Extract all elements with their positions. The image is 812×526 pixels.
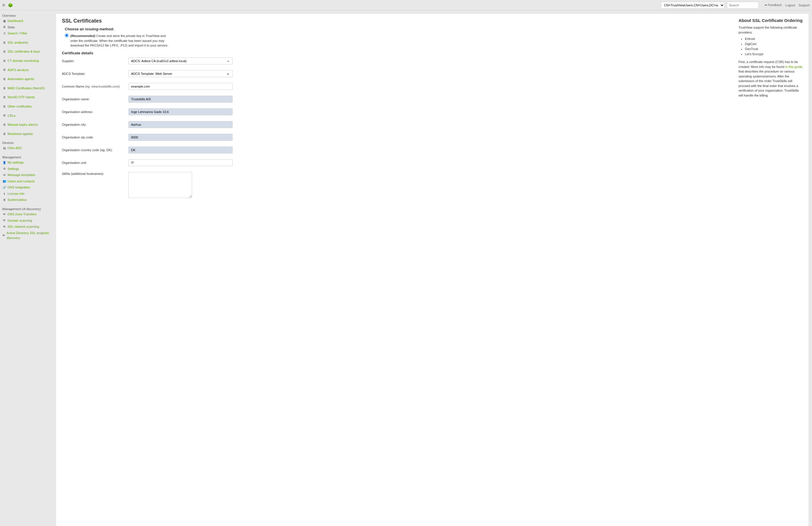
list-icon: ≣ [2, 49, 6, 54]
sidebar-group-discovery: Management (of discovery) [0, 206, 53, 211]
label-sans: SANs (additional hostnames): [62, 172, 128, 176]
sidebar-item-other-certs[interactable]: ≣Other certificates [0, 104, 53, 110]
provider-item: Entrust [745, 36, 803, 42]
context-path-select[interactable]: CN=TrustViewUsers,CN=Users,DC=adtest,DC=… [661, 2, 725, 9]
list-icon: ≣ [2, 41, 6, 45]
label-org-unit: Organisation unit: [62, 161, 128, 164]
sidebar-item-dns-zone[interactable]: 👁DNS Zone Transfers [0, 211, 53, 217]
label-org-name: Organisation name: [62, 97, 128, 101]
list-icon: ≣ [2, 67, 6, 72]
common-name-input[interactable] [128, 83, 233, 90]
list-icon: ≣ [2, 86, 6, 91]
list-icon: ≣ [2, 77, 6, 81]
feedback-link[interactable]: ➦Feedback [765, 3, 782, 7]
dashboard-icon: ▦ [2, 19, 6, 24]
sidebar-group-overview: Overview [0, 13, 53, 18]
adcs-template-select[interactable]: ADCS Template: Web Server [128, 70, 233, 77]
sidebar-group-devices: Devices [0, 140, 53, 145]
sidebar: Overview ▦Dashboard ≣Stats ⚲Search / Fil… [0, 11, 53, 526]
gear-icon: ⚙ [2, 166, 6, 171]
certificate-details-title: Certificate details [62, 51, 727, 55]
sidebar-item-ssl-certs[interactable]: ≣SSL certificates & keys [0, 48, 53, 55]
org-address-input[interactable] [128, 108, 233, 115]
label-common-name: Common Name (eg. view.trustskills.com): [62, 85, 128, 88]
label-org-zip: Organisation zip code: [62, 136, 128, 139]
org-zip-input[interactable] [128, 134, 233, 141]
info-icon: ℹ [2, 192, 6, 196]
list-icon: ≣ [2, 132, 6, 136]
sidebar-item-stats[interactable]: ≣Stats [0, 24, 53, 31]
issuing-method-title: Choose an issuing-method: [65, 27, 727, 31]
share-icon: ➦ [765, 3, 767, 6]
org-city-input[interactable] [128, 121, 233, 128]
right-panel-title: About SSL Certificate Ordering [739, 18, 803, 23]
list-icon: ≣ [2, 95, 6, 100]
sidebar-item-ssl-network[interactable]: 👁SSL network scanning [0, 224, 53, 230]
sans-textarea[interactable] [128, 172, 192, 198]
page-title: SSL Certificates [62, 18, 727, 24]
sidebar-item-license[interactable]: ℹLicense info [0, 191, 53, 197]
guide-link[interactable]: in this guide [785, 65, 802, 69]
search-input[interactable] [727, 2, 759, 9]
sidebar-item-ssl-endpoints[interactable]: ≣SSL endpoints [0, 40, 53, 46]
provider-item: DigiCert [745, 42, 803, 47]
sidebar-item-ad-ssl[interactable]: 👁Active Directory SSL endpoint discovery [0, 230, 53, 241]
sidebar-item-mitid[interactable]: ≣MitID Certificates (NemID) [0, 85, 53, 92]
issuing-method-description: (Recommended) Create and store the priva… [70, 33, 169, 48]
search-icon: ⚲ [2, 31, 6, 36]
sidebar-item-adfs[interactable]: ≣ADFS services [0, 67, 53, 73]
sidebar-item-dashboard[interactable]: ▦Dashboard [0, 18, 53, 24]
label-org-country: Organisation country code (eg. DK): [62, 148, 128, 152]
eye-icon: 👁 [2, 233, 5, 238]
sidebar-item-search[interactable]: ⚲Search / Filter [0, 30, 53, 37]
sidebar-item-msg-templates[interactable]: ✉Message templates [0, 172, 53, 178]
sidebar-item-manual-expiry[interactable]: ≣Manual expiry alarms [0, 122, 53, 128]
provider-list: Entrust DigiCert GeoTrust Let's Encrypt [745, 36, 803, 57]
sidebar-item-ct-domain[interactable]: ≣CT domain monitoring [0, 58, 53, 64]
label-org-city: Organisation city: [62, 123, 128, 126]
list-icon: ≣ [2, 59, 6, 63]
support-link[interactable]: Support [798, 3, 810, 7]
device-icon: ▤ [2, 146, 6, 151]
sidebar-item-crls[interactable]: ≣CRLs [0, 113, 53, 119]
sidebar-item-domain-scanning[interactable]: 👁Domain scanning [0, 217, 53, 224]
main-content: SSL Certificates Choose an issuing-metho… [56, 14, 733, 526]
issuing-method-radio-recommended[interactable] [65, 33, 69, 37]
user-icon: 👤 [2, 161, 6, 165]
eye-icon: 👁 [2, 218, 6, 223]
logout-link[interactable]: Logout [785, 3, 795, 7]
right-panel-text: First, a certificate request (CSR) has t… [739, 60, 803, 98]
org-name-input[interactable] [128, 96, 233, 103]
sidebar-item-citrix[interactable]: ▤Citrix ADC [0, 145, 53, 151]
sidebar-item-nemid-otp[interactable]: ≣NemID OTP clients [0, 94, 53, 101]
supplier-select[interactable]: ADCS: Adtest CA (ica01v2.adtest.local) [128, 58, 233, 64]
menu-icon[interactable]: ≡ [2, 3, 5, 8]
sidebar-item-my-settings[interactable]: 👤My settings [0, 160, 53, 166]
eye-icon: 👁 [2, 212, 6, 217]
org-country-input[interactable] [128, 147, 233, 153]
list-icon: ≣ [2, 113, 6, 118]
org-unit-input[interactable] [128, 159, 233, 166]
sidebar-item-systemstatus[interactable]: ≣Systemstatus [0, 197, 53, 203]
status-icon: ≣ [2, 198, 6, 202]
list-icon: ≣ [2, 104, 6, 109]
label-supplier: Supplier: [62, 59, 128, 63]
users-icon: 👥 [2, 179, 6, 183]
sidebar-item-automation[interactable]: ≣Automation agents [0, 76, 53, 82]
sidebar-item-monitored-applets[interactable]: ≣Monitored applets [0, 131, 53, 137]
stats-icon: ≣ [2, 25, 6, 29]
provider-item: Let's Encrypt [745, 52, 803, 57]
eye-icon: 👁 [2, 225, 6, 229]
sidebar-group-management: Management [0, 154, 53, 160]
topbar: ≡ CN=TrustViewUsers,CN=Users,DC=adtest,D… [0, 0, 812, 11]
logo-icon [8, 3, 13, 8]
label-adcs-template: ADCS Template: [62, 72, 128, 75]
mail-icon: ✉ [2, 173, 6, 178]
right-panel-intro: TrustView support the following certific… [739, 25, 803, 35]
sidebar-item-users-contacts[interactable]: 👥Users and contacts [0, 178, 53, 185]
list-icon: ≣ [2, 122, 6, 127]
sidebar-item-settings[interactable]: ⚙Settings [0, 166, 53, 172]
provider-item: GeoTrust [745, 46, 803, 52]
label-org-address: Organisation address: [62, 110, 128, 114]
sidebar-item-dns-integration[interactable]: 🔗DNS integration [0, 184, 53, 191]
